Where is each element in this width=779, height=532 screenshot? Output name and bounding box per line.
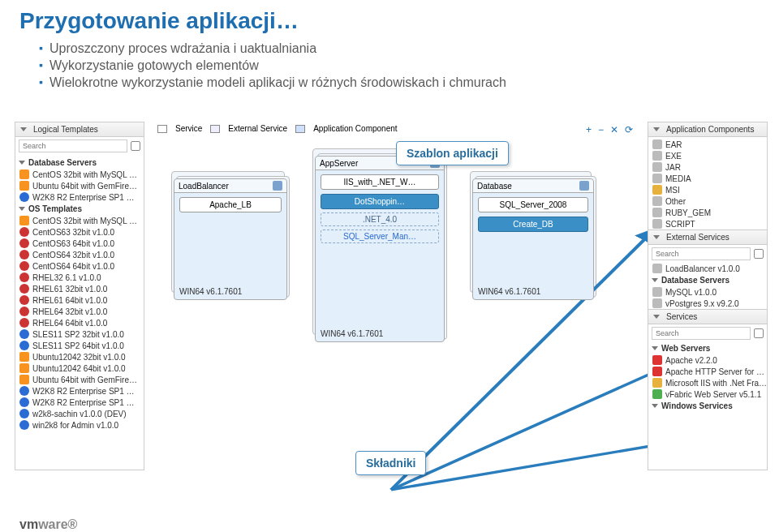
legend-swatch-external [210, 125, 220, 133]
bullet-item: Wykorzystanie gotowych elementów [39, 58, 760, 73]
component-item[interactable]: MEDIA [648, 173, 767, 184]
template-item[interactable]: RHEL61 32bit v1.0.0 [15, 283, 144, 294]
template-item[interactable]: RHEL32 6.1 v1.0.0 [15, 272, 144, 283]
chevron-down-icon [652, 346, 658, 350]
search-bar [648, 245, 767, 263]
bullet-item: Wielokrotne wykorzystanie modeli aplikac… [39, 75, 760, 90]
vm-loadbalancer[interactable]: LoadBalancer Apache_LB WIN64 v6.1.7601 [174, 178, 287, 300]
component-item[interactable]: RUBY_GEM [648, 207, 767, 218]
template-item[interactable]: CentOS64 64bit v1.0.0 [15, 260, 144, 272]
vm-os-label: WIN64 v6.1.7601 [478, 287, 588, 296]
template-item[interactable]: SLES11 SP2 64bit v1.0.0 [15, 340, 144, 351]
service-item[interactable]: vFabric Web Server v5.1.1 [648, 388, 767, 400]
reset-button[interactable]: ⟳ [625, 124, 633, 135]
component-item[interactable]: MSI [648, 184, 767, 195]
design-canvas[interactable]: Service External Service Application Com… [153, 122, 639, 470]
template-item[interactable]: CentOS64 32bit v1.0.0 [15, 249, 144, 260]
search-input[interactable] [652, 327, 751, 340]
chevron-down-icon [20, 127, 27, 131]
close-button[interactable]: ✕ [610, 124, 618, 135]
service-iis[interactable]: IIS_with_.NET_W… [321, 174, 439, 190]
section-web-servers[interactable]: Web Servers [648, 342, 767, 354]
service-sqlserver[interactable]: SQL_Server_2008 [478, 197, 588, 212]
template-item[interactable]: CentOS 32bit with MySQL … [15, 215, 144, 226]
refresh-icon[interactable] [754, 328, 764, 338]
vm-title-label: LoadBalancer [179, 182, 229, 191]
vmware-logo: vmware® [19, 517, 77, 532]
vm-title-label: AppServer [320, 159, 358, 168]
chevron-down-icon [653, 315, 660, 319]
legend-swatch-component [295, 125, 305, 133]
template-item[interactable]: Ubuntu12042 32bit v1.0.0 [15, 351, 144, 363]
components-panel: Application Components EAR EXE JAR MEDIA… [648, 122, 768, 470]
service-item[interactable]: MySQL v1.0.0 [648, 286, 767, 298]
service-apache-lb[interactable]: Apache_LB [179, 197, 282, 212]
chevron-down-icon [652, 404, 658, 408]
callout-template: Szablon aplikacji [396, 141, 509, 165]
panel-header-external[interactable]: External Services [648, 230, 767, 245]
service-item[interactable]: vPostgres 9.x v9.2.0 [648, 298, 767, 309]
component-dotnet[interactable]: .NET_4.0 [321, 212, 439, 226]
refresh-icon[interactable] [754, 249, 764, 259]
search-bar [648, 324, 767, 342]
template-item[interactable]: W2K8 R2 Enterprise SP1 … [15, 191, 144, 203]
vm-os-label: WIN64 v6.1.7601 [321, 329, 439, 338]
template-item[interactable]: CentOS63 64bit v1.0.0 [15, 238, 144, 249]
service-item[interactable]: LoadBalancer v1.0.0 [648, 263, 767, 274]
search-input[interactable] [652, 247, 751, 260]
application-designer: Logical Templates Database Servers CentO… [15, 122, 768, 508]
search-input[interactable] [19, 139, 127, 152]
vm-title-label: Database [477, 182, 512, 191]
chevron-down-icon [652, 278, 658, 282]
section-db-servers[interactable]: Database Servers [648, 274, 767, 286]
template-item[interactable]: w2k8-sachin v1.0.0 (DEV) [15, 408, 144, 419]
component-item[interactable]: EXE [648, 150, 767, 161]
section-os-templates[interactable]: OS Templates [15, 203, 144, 215]
component-item[interactable]: SCRIPT [648, 218, 767, 230]
vm-database[interactable]: Database SQL_Server_2008 Create_DB WIN64… [472, 178, 594, 300]
component-dotshopping[interactable]: DotShoppin… [321, 194, 439, 209]
server-icon [579, 181, 589, 191]
panel-header[interactable]: Logical Templates [15, 122, 144, 137]
section-windows-services[interactable]: Windows Services [648, 400, 767, 412]
component-item[interactable]: Other [648, 195, 767, 207]
template-item[interactable]: Ubuntu 64bit with GemFire… [15, 180, 144, 191]
component-sqlman[interactable]: SQL_Server_Man… [321, 230, 439, 243]
zoom-in-button[interactable]: + [586, 124, 592, 135]
bullet-list: Uproszczony proces wdrażania i uaktualni… [0, 37, 779, 97]
template-item[interactable]: RHEL64 64bit v1.0.0 [15, 317, 144, 328]
template-item[interactable]: RHEL61 64bit v1.0.0 [15, 294, 144, 306]
panel-header[interactable]: Application Components [648, 122, 767, 137]
refresh-icon[interactable] [131, 141, 140, 151]
callout-components: Składniki [355, 451, 426, 475]
chevron-down-icon [19, 161, 25, 165]
template-item[interactable]: Ubuntu12042 64bit v1.0.0 [15, 363, 144, 374]
section-database-servers[interactable]: Database Servers [15, 157, 144, 169]
page-title: Przygotowanie aplikacji… [0, 0, 779, 37]
template-item[interactable]: RHEL64 32bit v1.0.0 [15, 306, 144, 317]
zoom-out-button[interactable]: − [598, 124, 604, 135]
component-item[interactable]: JAR [648, 161, 767, 173]
template-item[interactable]: win2k8 for Admin v1.0.0 [15, 419, 144, 431]
search-bar [15, 137, 144, 155]
vm-os-label: WIN64 v6.1.7601 [179, 287, 282, 296]
server-icon [273, 181, 282, 191]
component-create-db[interactable]: Create_DB [478, 217, 588, 232]
template-item[interactable]: CentOS 32bit with MySQL … [15, 169, 144, 180]
service-item[interactable]: Microsoft IIS with .Net Fra… [648, 377, 767, 388]
template-item[interactable]: Ubuntu 64bit with GemFire… [15, 374, 144, 385]
service-item[interactable]: Apache HTTP Server for … [648, 366, 767, 377]
component-item[interactable]: EAR [648, 139, 767, 150]
template-item[interactable]: CentOS63 32bit v1.0.0 [15, 226, 144, 238]
template-item[interactable]: W2K8 R2 Enterprise SP1 … [15, 385, 144, 397]
legend: Service External Service Application Com… [153, 122, 402, 135]
template-item[interactable]: SLES11 SP2 32bit v1.0.0 [15, 328, 144, 340]
vm-appserver[interactable]: AppServer IIS_with_.NET_W… DotShoppin… .… [315, 156, 445, 342]
template-item[interactable]: W2K8 R2 Enterprise SP1 … [15, 397, 144, 408]
chevron-down-icon [653, 235, 660, 239]
canvas-toolbar: + − ✕ ⟳ [586, 124, 633, 135]
bullet-item: Uproszczony proces wdrażania i uaktualni… [39, 41, 760, 56]
panel-header-services[interactable]: Services [648, 309, 767, 324]
service-item[interactable]: Apache v2.2.0 [648, 354, 767, 366]
chevron-down-icon [653, 127, 660, 131]
